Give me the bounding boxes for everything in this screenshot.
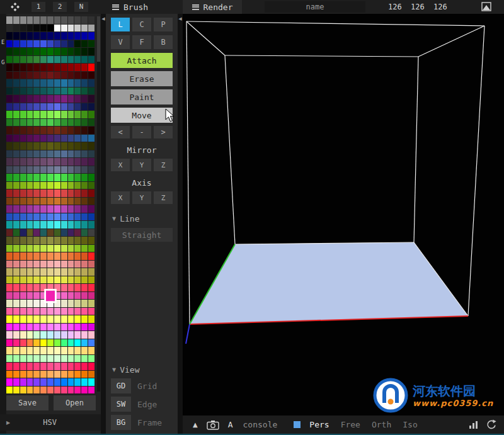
palette-swatch[interactable] [13, 119, 20, 127]
palette-swatch[interactable] [74, 189, 81, 197]
palette-swatch[interactable] [13, 331, 20, 339]
palette-swatch[interactable] [74, 252, 81, 260]
palette-swatch[interactable] [6, 221, 13, 229]
palette-swatch[interactable] [81, 276, 88, 284]
palette-swatch[interactable] [47, 237, 54, 244]
palette-swatch[interactable] [88, 331, 94, 339]
active-color-indicator[interactable] [294, 421, 301, 428]
palette-swatch[interactable] [13, 111, 20, 118]
palette-swatch[interactable] [68, 229, 74, 237]
palette-swatch[interactable] [20, 48, 26, 55]
hsv-section-toggle[interactable]: ▶ HSV [0, 414, 101, 431]
palette-swatch[interactable] [13, 292, 20, 300]
palette-swatch[interactable] [74, 237, 81, 244]
palette-swatch[interactable] [6, 198, 13, 205]
shadow-toggle-button[interactable]: SW [111, 397, 131, 412]
palette-swatch[interactable] [61, 355, 67, 363]
palette-swatch[interactable] [33, 32, 40, 40]
palette-swatch[interactable] [20, 198, 26, 205]
palette-swatch[interactable] [40, 252, 47, 260]
palette-swatch[interactable] [68, 127, 74, 134]
palette-swatch[interactable] [20, 79, 26, 87]
palette-swatch[interactable] [47, 88, 54, 95]
palette-swatch[interactable] [33, 174, 40, 181]
palette-swatch[interactable] [6, 347, 13, 354]
palette-swatch[interactable] [27, 371, 33, 378]
palette-swatch[interactable] [88, 387, 94, 394]
palette-swatch[interactable] [61, 103, 67, 111]
palette-swatch[interactable] [40, 308, 47, 315]
palette-swatch[interactable] [54, 331, 60, 339]
palette-swatch[interactable] [27, 64, 33, 71]
palette-swatch[interactable] [27, 174, 33, 181]
palette-swatch[interactable] [61, 205, 67, 213]
palette-swatch[interactable] [61, 88, 67, 95]
palette-swatch[interactable] [61, 213, 67, 221]
palette-swatch[interactable] [68, 237, 74, 244]
view-mode-pers[interactable]: Pers [309, 420, 329, 429]
palette-swatch[interactable] [54, 339, 60, 347]
palette-swatch[interactable] [27, 88, 33, 95]
palette-swatch[interactable] [20, 142, 26, 150]
palette-swatch[interactable] [13, 16, 20, 24]
palette-swatch[interactable] [68, 331, 74, 339]
palette-swatch[interactable] [81, 72, 88, 79]
palette-swatch[interactable] [68, 252, 74, 260]
palette-swatch[interactable] [74, 363, 81, 370]
palette-swatch[interactable] [40, 174, 47, 181]
palette-swatch[interactable] [27, 79, 33, 87]
save-palette-button[interactable]: Save [6, 395, 49, 410]
palette-swatch[interactable] [27, 252, 33, 260]
palette-swatch[interactable] [33, 324, 40, 331]
palette-swatch[interactable] [27, 261, 33, 268]
palette-swatch[interactable] [74, 48, 81, 55]
palette-swatch[interactable] [13, 221, 20, 229]
brush-collapse-strip[interactable]: ◀ [178, 14, 183, 435]
palette-swatch[interactable] [13, 268, 20, 276]
palette-swatch[interactable] [88, 103, 94, 111]
palette-swatch[interactable] [40, 268, 47, 276]
palette-swatch[interactable] [6, 127, 13, 134]
brush-mode-center[interactable]: C [132, 18, 151, 31]
palette-swatch[interactable] [81, 378, 88, 386]
palette-swatch[interactable] [81, 182, 88, 189]
palette-swatch[interactable] [68, 315, 74, 323]
palette-tab-1[interactable]: 1 [32, 2, 45, 12]
palette-swatch[interactable] [74, 284, 81, 291]
palette-swatch[interactable] [74, 142, 81, 150]
palette-swatch[interactable] [47, 347, 54, 354]
palette-swatch[interactable] [20, 213, 26, 221]
palette-swatch[interactable] [81, 363, 88, 370]
palette-swatch[interactable] [40, 237, 47, 244]
palette-swatch[interactable] [27, 213, 33, 221]
palette-swatch[interactable] [40, 32, 47, 40]
palette-swatch[interactable] [68, 221, 74, 229]
palette-swatch[interactable] [40, 72, 47, 79]
palette-swatch[interactable] [6, 315, 13, 323]
palette-swatch[interactable] [81, 308, 88, 315]
palette-swatch[interactable] [20, 276, 26, 284]
palette-swatch[interactable] [20, 261, 26, 268]
palette-swatch[interactable] [40, 205, 47, 213]
palette-swatch[interactable] [6, 150, 13, 158]
axis-z-button[interactable]: Z [154, 191, 173, 204]
palette-swatch[interactable] [81, 103, 88, 111]
palette-swatch[interactable] [74, 213, 81, 221]
palette-swatch[interactable] [54, 32, 60, 40]
palette-swatch[interactable] [6, 300, 13, 307]
palette-swatch[interactable] [27, 16, 33, 24]
palette-swatch[interactable] [61, 315, 67, 323]
palette-swatch[interactable] [27, 103, 33, 111]
palette-swatch[interactable] [88, 292, 94, 300]
palette-swatch[interactable] [20, 221, 26, 229]
palette-swatch[interactable] [20, 182, 26, 189]
palette-swatch[interactable] [61, 182, 67, 189]
palette-swatch[interactable] [27, 339, 33, 347]
palette-swatch[interactable] [81, 32, 88, 40]
palette-swatch[interactable] [88, 276, 94, 284]
palette-swatch[interactable] [47, 64, 54, 71]
palette-swatch[interactable] [47, 166, 54, 174]
palette-swatch[interactable] [88, 166, 94, 174]
palette-swatch[interactable] [33, 142, 40, 150]
palette-swatch[interactable] [61, 276, 67, 284]
